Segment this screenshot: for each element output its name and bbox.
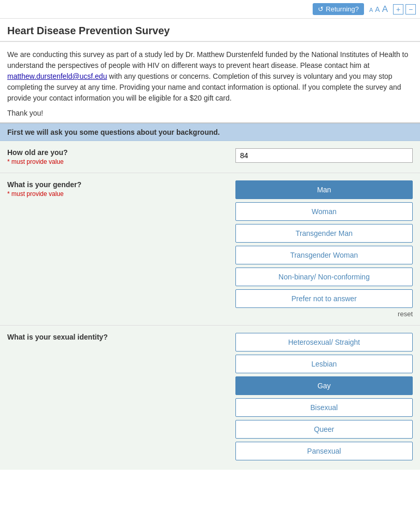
gender-label-col: What is your gender? * must provide valu… — [7, 180, 235, 198]
intro-section: We are conducting this survey as part of… — [0, 42, 420, 123]
sexual-identity-option-lesbian[interactable]: Lesbian — [235, 355, 413, 373]
gender-option-woman[interactable]: Woman — [235, 202, 413, 221]
gender-option-transgender-woman[interactable]: Transgender Woman — [235, 246, 413, 264]
age-must-provide: * must provide value — [7, 158, 225, 165]
font-medium-button[interactable]: A — [375, 5, 380, 13]
sexual-identity-question-label: What is your sexual identity? — [7, 333, 225, 341]
font-large-button[interactable]: A — [382, 4, 388, 15]
intro-text: We are conducting this survey as part of… — [7, 49, 413, 104]
page-header: Heart Disease Prevention Survey — [0, 19, 420, 42]
font-small-button[interactable]: A — [369, 7, 373, 13]
gender-question-row: What is your gender? * must provide valu… — [0, 173, 420, 326]
gender-option-prefer-not-to-answer[interactable]: Prefer not to answer — [235, 289, 413, 308]
gender-option-non-binary--non-conforming[interactable]: Non-binary/ Non-conforming — [235, 268, 413, 286]
returning-button[interactable]: ↺ Returning? — [313, 3, 364, 15]
section1-header: First we will ask you some questions abo… — [0, 123, 420, 141]
gender-answer-col: ManWomanTransgender ManTransgender Woman… — [235, 180, 413, 318]
sexual-identity-option-heterosexual--straight[interactable]: Heterosexual/ Straight — [235, 333, 413, 352]
age-label-col: How old are you? * must provide value — [7, 148, 235, 165]
top-bar: ↺ Returning? A A A + − — [0, 0, 420, 19]
zoom-in-button[interactable]: + — [393, 4, 403, 15]
font-size-controls: A A A — [369, 4, 388, 15]
sexual-identity-option-gay[interactable]: Gay — [235, 376, 413, 395]
age-input[interactable] — [235, 148, 413, 163]
gender-reset-link[interactable]: reset — [235, 310, 413, 318]
age-answer-col — [235, 148, 413, 163]
zoom-controls: + − — [393, 4, 416, 15]
sexual-identity-option-pansexual[interactable]: Pansexual — [235, 442, 413, 460]
sexual-identity-label-col: What is your sexual identity? — [7, 333, 235, 341]
gender-option-man[interactable]: Man — [235, 180, 413, 199]
sexual-identity-question-row: What is your sexual identity? Heterosexu… — [0, 326, 420, 470]
sexual-identity-option-bisexual[interactable]: Bisexual — [235, 398, 413, 417]
sexual-identity-answer-col: Heterosexual/ StraightLesbianGayBisexual… — [235, 333, 413, 462]
gender-option-transgender-man[interactable]: Transgender Man — [235, 224, 413, 243]
gender-must-provide: * must provide value — [7, 190, 225, 198]
thank-you-text: Thank you! — [7, 109, 413, 117]
returning-icon: ↺ — [318, 5, 324, 13]
page-title: Heart Disease Prevention Survey — [7, 25, 413, 37]
intro-text-part1: We are conducting this survey as part of… — [7, 50, 408, 69]
returning-label: Returning? — [326, 5, 359, 13]
zoom-out-button[interactable]: − — [405, 4, 416, 15]
sexual-identity-option-queer[interactable]: Queer — [235, 420, 413, 439]
age-question-row: How old are you? * must provide value — [0, 141, 420, 173]
gender-question-label: What is your gender? — [7, 180, 225, 189]
age-question-label: How old are you? — [7, 148, 225, 157]
contact-email[interactable]: matthew.durstenfeld@ucsf.edu — [7, 72, 107, 80]
